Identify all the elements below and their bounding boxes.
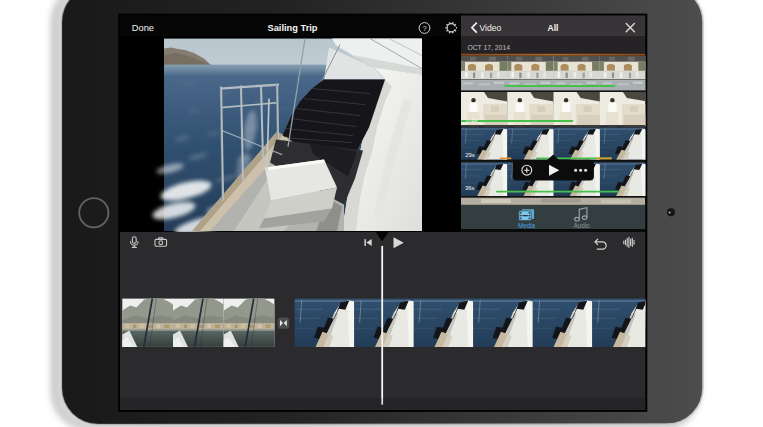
svg-text:0:48: 0:48	[466, 118, 478, 124]
svg-text:All: All	[548, 23, 559, 33]
svg-text:29s: 29s	[465, 152, 475, 158]
svg-text:Sailing Trip: Sailing Trip	[267, 23, 317, 33]
svg-text:OCT 17, 2014: OCT 17, 2014	[467, 44, 510, 51]
svg-text:?: ?	[422, 24, 426, 33]
svg-text:Done: Done	[132, 23, 154, 33]
svg-text:Media: Media	[518, 222, 536, 229]
svg-text:Audio: Audio	[573, 222, 590, 229]
svg-text:36s: 36s	[465, 185, 475, 191]
svg-text:Video: Video	[480, 23, 502, 33]
